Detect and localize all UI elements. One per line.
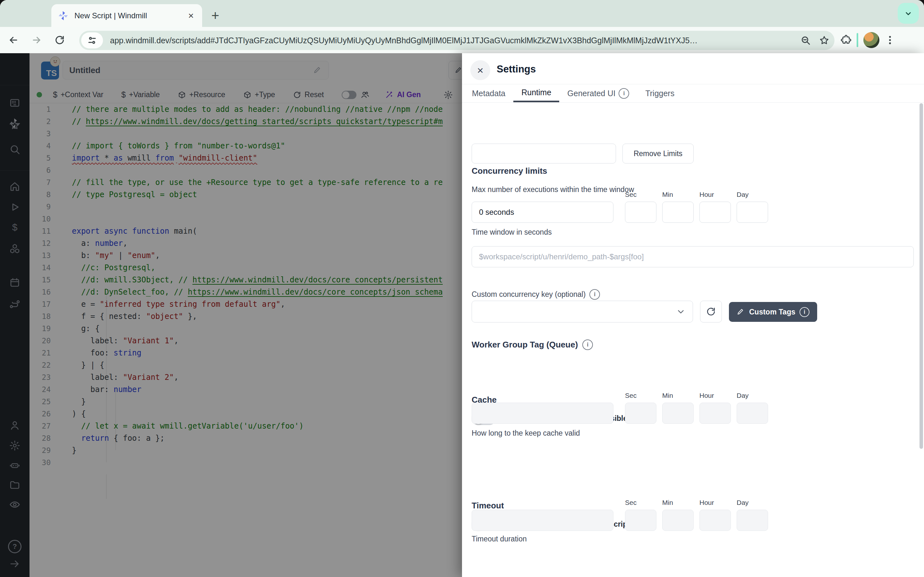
- zoom-out-icon: [800, 35, 811, 45]
- puzzle-icon: [841, 35, 851, 45]
- unit-label-hour: Hour: [699, 499, 714, 506]
- profile-avatar[interactable]: [863, 32, 879, 48]
- pencil-icon: [737, 308, 745, 316]
- settings-tab-generated-ui[interactable]: Generated UIi: [559, 84, 637, 102]
- unit-label-day: Day: [737, 392, 748, 400]
- back-button[interactable]: [5, 31, 23, 49]
- bookmark-button[interactable]: [819, 35, 829, 45]
- tab-label: Metadata: [472, 89, 505, 98]
- unit-label-day: Day: [737, 499, 748, 506]
- url-text: app.windmill.dev/scripts/add#JTdCJTIyaGF…: [110, 36, 792, 45]
- custom-key-label: Custom concurrency key (optional)i: [472, 289, 600, 300]
- cache-duration-label: How long to the keep cache valid: [472, 429, 580, 438]
- drawer-backdrop[interactable]: [0, 53, 462, 577]
- time-window-input[interactable]: 0 seconds: [472, 201, 614, 223]
- unit-label-min: Min: [662, 392, 673, 400]
- info-icon[interactable]: i: [590, 289, 600, 300]
- unit-label-hour: Hour: [699, 191, 714, 198]
- tab-label: Runtime: [521, 88, 551, 97]
- windmill-favicon-icon: [58, 10, 69, 21]
- cache-duration-day-input: [737, 403, 768, 424]
- settings-tabs: MetadataRuntimeGenerated UIiTriggers: [464, 84, 682, 102]
- settings-drawer: × Settings MetadataRuntimeGenerated UIiT…: [462, 53, 924, 577]
- info-icon: i: [619, 88, 629, 99]
- tab-group-separator: [857, 33, 858, 47]
- divider: [462, 102, 924, 103]
- remove-limits-button[interactable]: Remove Limits: [622, 143, 694, 163]
- timeout-duration-hour-input: [699, 510, 731, 531]
- unit-label-min: Min: [662, 499, 673, 506]
- tab-label: Generated UI: [567, 89, 615, 98]
- tab-label: Triggers: [645, 89, 674, 98]
- refresh-icon: [706, 306, 716, 317]
- time-window-day-input[interactable]: [737, 201, 768, 223]
- chevron-down-icon: [903, 9, 913, 18]
- timeout-duration: SecMinHourDay: [472, 499, 773, 531]
- concurrency-heading: Concurrency limits: [472, 166, 548, 176]
- timeout-duration-day-input: [737, 510, 768, 531]
- drawer-scrollbar[interactable]: [919, 103, 923, 449]
- time-window-sec-input[interactable]: [625, 201, 656, 223]
- tab-close-icon[interactable]: ×: [186, 11, 196, 21]
- browser-menu-button[interactable]: [885, 35, 895, 45]
- cache-duration-hour-input: [699, 403, 731, 424]
- info-icon: i: [800, 307, 809, 317]
- chevron-down-icon: [676, 307, 686, 316]
- forward-button[interactable]: [27, 31, 45, 49]
- time-window-label: Time window in seconds: [472, 228, 552, 237]
- timeout-duration-label: Timeout duration: [472, 535, 527, 543]
- zoom-button[interactable]: [800, 35, 811, 45]
- timeout-duration-sec-input: [625, 510, 656, 531]
- browser-tab-strip: New Script | Windmill × +: [0, 0, 924, 27]
- address-bar[interactable]: app.windmill.dev/scripts/add#JTdCJTIyaGF…: [79, 31, 835, 50]
- tab-title: New Script | Windmill: [74, 11, 186, 20]
- cache-duration-min-input: [662, 403, 694, 424]
- worker-group-heading: Worker Group Tag (Queue)i: [472, 340, 593, 350]
- worker-tag-select[interactable]: [472, 301, 693, 322]
- cache-duration-sec-input: [625, 403, 656, 424]
- settings-tab-metadata[interactable]: Metadata: [464, 84, 513, 102]
- custom-key-input[interactable]: $workspace/script/u/henri/demo_path-$arg…: [472, 246, 914, 268]
- kebab-menu-icon: [885, 35, 895, 45]
- unit-label-sec: Sec: [625, 191, 636, 198]
- tune-icon: [87, 35, 97, 45]
- info-icon[interactable]: i: [582, 340, 593, 350]
- unit-label-hour: Hour: [699, 392, 714, 400]
- timeout-duration-min-input: [662, 510, 694, 531]
- refresh-tags-button[interactable]: [700, 301, 722, 322]
- custom-tags-button[interactable]: Custom Tags i: [729, 302, 817, 322]
- time-window-duration: 0 secondsSecMinHourDay: [472, 191, 773, 223]
- time-window-hour-input[interactable]: [699, 201, 731, 223]
- unit-label-sec: Sec: [625, 499, 636, 506]
- cache-duration: SecMinHourDay: [472, 392, 773, 424]
- max-executions-input[interactable]: [472, 143, 616, 163]
- settings-tab-triggers[interactable]: Triggers: [637, 84, 682, 102]
- forward-arrow-icon: [31, 35, 42, 45]
- drawer-title: Settings: [497, 63, 536, 75]
- site-settings-chip[interactable]: [81, 32, 103, 48]
- browser-window: New Script | Windmill × + app.windmill.d…: [0, 0, 924, 577]
- browser-tab[interactable]: New Script | Windmill ×: [51, 4, 202, 27]
- unit-label-day: Day: [737, 191, 748, 198]
- extensions-button[interactable]: [841, 35, 851, 45]
- back-arrow-icon: [8, 35, 19, 45]
- reload-button[interactable]: [51, 31, 69, 49]
- close-drawer-button[interactable]: ×: [470, 60, 490, 80]
- new-tab-button[interactable]: +: [208, 8, 223, 23]
- custom-key-placeholder: $workspace/script/u/henri/demo_path-$arg…: [479, 252, 644, 261]
- reload-icon: [54, 35, 65, 45]
- browser-actions: [841, 27, 924, 53]
- settings-tab-runtime[interactable]: Runtime: [513, 84, 559, 102]
- time-window-min-input[interactable]: [662, 201, 694, 223]
- star-icon: [819, 35, 829, 45]
- unit-label-min: Min: [662, 191, 673, 198]
- tab-search-chevron-button[interactable]: [898, 3, 919, 24]
- timeout-duration-input: [472, 510, 614, 531]
- unit-label-sec: Sec: [625, 392, 636, 400]
- cache-duration-input: [472, 403, 614, 424]
